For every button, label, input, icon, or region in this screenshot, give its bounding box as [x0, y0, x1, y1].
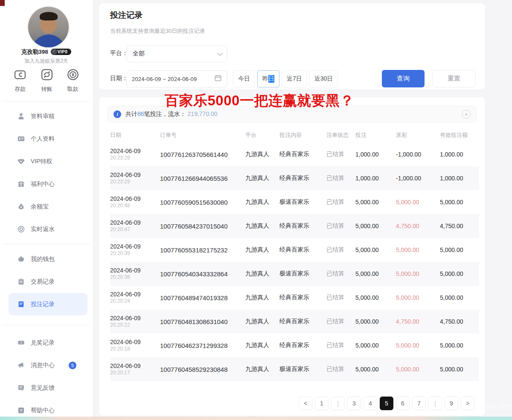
search-button[interactable]: 查询: [382, 70, 425, 87]
cell-platform: 九游真人: [245, 198, 279, 206]
turnover-amount: 219,770.00: [188, 110, 218, 117]
cell-date: 2024-06-0920:20:22: [110, 315, 160, 329]
sidebar-item-yuebao[interactable]: 余额宝: [3, 195, 90, 218]
cell-platform: 九游真人: [245, 342, 279, 349]
bet-date: 2024-06-09: [110, 243, 160, 251]
deposit-button[interactable]: 存款: [13, 68, 27, 93]
user-name: 克孜勒398: [21, 49, 48, 55]
platform-select[interactable]: 全部: [126, 45, 227, 62]
sidebar-item-label: 余额宝: [31, 203, 49, 211]
quick-range-last30[interactable]: 近30日: [309, 70, 338, 87]
sidebar-item-messages[interactable]: 消息中心5: [3, 354, 90, 377]
expand-plus-icon[interactable]: +: [462, 110, 471, 119]
quick-range-last7[interactable]: 近7日: [282, 70, 307, 87]
user-row: 克孜勒398VIP0: [0, 48, 93, 56]
svg-text:¥: ¥: [72, 72, 74, 77]
cell-date: 2024-06-0920:20:24: [110, 291, 160, 305]
cell-bet-amount: 5,000.00: [355, 223, 396, 229]
cell-order-number: 1007760590515630080: [160, 199, 245, 206]
page-subtitle: 当前系统支持查询最近30日的投注记录: [110, 27, 205, 35]
sidebar-item-label: 我的钱包: [31, 255, 55, 263]
cell-date: 2024-06-0920:20:39: [110, 243, 160, 257]
next-page-button[interactable]: >: [461, 397, 474, 410]
cell-date: 2024-06-0920:20:18: [110, 339, 160, 353]
cell-status: 已结算: [326, 270, 355, 278]
sidebar-item-wallet[interactable]: 我的钱包: [3, 248, 90, 270]
page-button-6[interactable]: 6: [396, 397, 410, 410]
bet-date: 2024-06-09: [110, 195, 160, 203]
column-header: 派彩: [396, 131, 440, 139]
corner-mark: [0, 0, 5, 6]
bet-date: 2024-06-09: [110, 291, 160, 298]
column-header: 有效投注额: [440, 131, 477, 139]
watermark-text: equ.me: [481, 401, 512, 410]
joined-days-text: 加入九游娱乐第2天: [0, 58, 93, 65]
page-button-1[interactable]: 1: [315, 397, 329, 410]
avatar-hair: [40, 12, 58, 20]
cell-bet-content: 极速百家乐: [279, 365, 326, 373]
table-row: 2024-06-0920:23:291007761266944065536九游真…: [110, 166, 479, 190]
bet-date: 2024-06-09: [110, 148, 160, 155]
sidebar-item-feedback[interactable]: 意见反馈: [3, 377, 90, 399]
page-button-9[interactable]: 9: [445, 397, 458, 410]
sidebar-item-audit[interactable]: 资料审核: [3, 105, 90, 127]
bet-date: 2024-06-09: [110, 339, 160, 346]
quick-range-label: 昨: [262, 75, 268, 83]
sidebar-nav: 资料审核个人资料VIP特权福利中心余额宝实时返水我的钱包交易记录投注记录兑奖记录…: [0, 101, 93, 420]
sidebar-item-label: 兑奖记录: [31, 339, 55, 347]
cell-valid-bet: 1,000.00: [440, 151, 477, 158]
nav-group-3: 兑奖记录消息中心5意见反馈?帮助中心: [3, 325, 90, 420]
bet-time: 20:20:17: [110, 370, 160, 376]
date-range-input[interactable]: 2024-06-09 ~ 2024-06-09: [126, 70, 227, 87]
transfer-label: 转账: [41, 85, 52, 93]
wallet-quick-actions: 存款转账¥取款: [0, 68, 93, 93]
nav-group-1: 资料审核个人资料VIP特权福利中心余额宝实时返水: [3, 101, 90, 240]
column-header: 投注: [355, 131, 396, 139]
table-row: 2024-06-0920:20:471007760584237015040九游真…: [110, 214, 479, 238]
cell-order-number: 1007760481308631040: [160, 318, 245, 325]
page-button-4[interactable]: 4: [364, 397, 377, 410]
cell-status: 已结算: [326, 342, 355, 349]
sidebar-item-vip[interactable]: VIP特权: [3, 150, 90, 173]
cell-payout: 5,000.00: [396, 366, 440, 373]
vip-diamond-icon: [17, 157, 25, 165]
sidebar-item-transactions[interactable]: 交易记录: [3, 270, 90, 293]
cell-bet-amount: 5,000.00: [355, 270, 396, 277]
quick-range-today[interactable]: 今日: [233, 70, 255, 87]
sidebar-item-rebate[interactable]: 实时返水: [3, 218, 90, 240]
ticket-icon: [17, 339, 25, 347]
bet-time: 20:20:47: [110, 226, 160, 233]
cell-valid-bet: 5,000.00: [440, 294, 477, 301]
quick-range-yesterday[interactable]: 昨日: [257, 70, 279, 87]
cell-order-number: 1007760584237015040: [160, 223, 245, 230]
page-button-5[interactable]: 5: [380, 397, 393, 410]
cell-valid-bet: 5,000.00: [440, 199, 477, 206]
table-row: 2024-06-0920:20:361007760540343332864九游真…: [110, 262, 479, 286]
column-header: 日期: [110, 131, 160, 139]
page-button-7[interactable]: 7: [412, 397, 426, 410]
sidebar-item-label: 资料审核: [31, 113, 55, 120]
deposit-label: 存款: [15, 85, 26, 93]
transfer-button[interactable]: 转账: [41, 68, 53, 93]
cell-status: 已结算: [326, 174, 355, 182]
cell-date: 2024-06-0920:20:48: [110, 195, 160, 209]
cell-payout: 4,750.00: [396, 223, 440, 229]
cell-valid-bet: 4,750.00: [440, 318, 477, 325]
bet-table: 日期订单号平台投注内容注单状态投注派彩有效投注额 2024-06-0920:23…: [110, 128, 479, 381]
ellipsis-button[interactable]: |: [428, 397, 442, 410]
cell-platform: 九游真人: [245, 151, 279, 158]
avatar[interactable]: [28, 7, 69, 47]
sidebar-item-profile[interactable]: 个人资料: [3, 127, 90, 150]
sidebar-item-prizes[interactable]: 兑奖记录: [3, 331, 90, 354]
reset-button[interactable]: 重置: [432, 70, 476, 87]
withdraw-button[interactable]: ¥取款: [67, 68, 79, 93]
bottom-banner-edge: [0, 417, 512, 420]
sidebar-item-welfare[interactable]: 福利中心: [3, 173, 90, 195]
prev-page-button[interactable]: <: [299, 397, 312, 410]
cell-status: 已结算: [326, 198, 355, 206]
bet-date: 2024-06-09: [110, 219, 160, 227]
ellipsis-button[interactable]: |: [331, 397, 345, 410]
page-button-3[interactable]: 3: [347, 397, 361, 410]
cell-bet-content: 经典百家乐: [279, 174, 326, 182]
sidebar-item-bet-records[interactable]: 投注记录: [9, 293, 87, 316]
